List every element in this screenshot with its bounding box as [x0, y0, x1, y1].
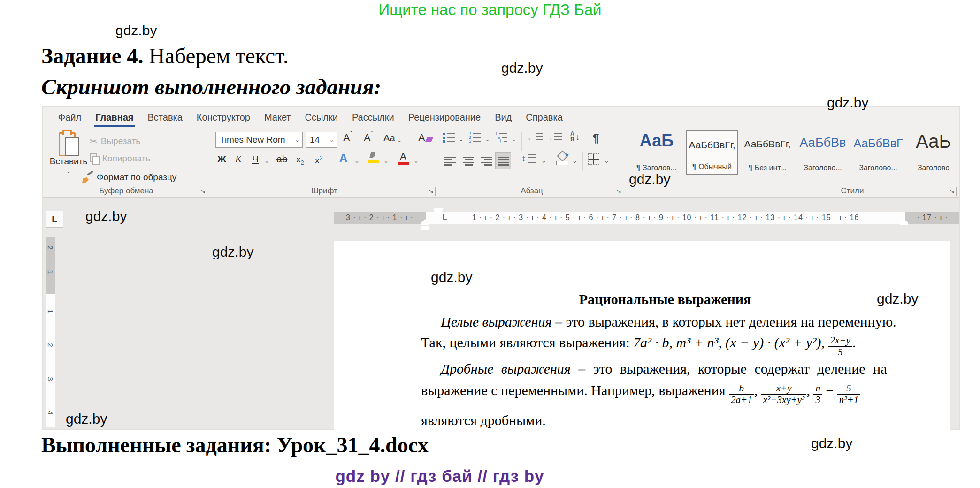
chevron-down-icon[interactable]: ⌄ [354, 157, 360, 164]
show-paragraph-marks-button[interactable]: ¶ [593, 132, 599, 145]
align-left-button[interactable] [443, 152, 459, 169]
tab-Рассылки[interactable]: Рассылки [345, 107, 401, 128]
style-card-4[interactable]: АаБбВвЗаголово... [796, 130, 849, 175]
tab-Ссылки[interactable]: Ссылки [298, 107, 345, 128]
ribbon: Вставить ⌄ ✂ Вырезать Копировать Формат … [43, 128, 959, 198]
chevron-down-icon[interactable]: ⌄ [292, 137, 302, 143]
line-spacing-button[interactable]: ↕ [521, 153, 536, 164]
tab-Конструктор[interactable]: Конструктор [190, 107, 257, 128]
chevron-down-icon: ⌄ [66, 168, 71, 175]
ruler-number: 4 [46, 408, 54, 418]
change-case-glyph: Аа [383, 133, 395, 144]
underline-button[interactable]: Ч [252, 153, 259, 165]
justify-button[interactable] [495, 152, 511, 169]
format-painter-button[interactable]: Формат по образцу [82, 172, 176, 183]
grow-font-button[interactable]: Аˆ [343, 132, 352, 144]
subscript-button[interactable]: x2 [296, 154, 304, 166]
doc-text-segment: Так, целыми являются выражения: [421, 335, 633, 350]
increase-indent-button[interactable]: → [546, 132, 562, 143]
styles-dialog-launcher[interactable]: ↘ [948, 187, 957, 196]
style-preview: АаБбВвГг, [687, 139, 737, 151]
sort-button[interactable]: АЯ↓ [570, 131, 580, 142]
chevron-down-icon: ⌄ [397, 137, 402, 144]
style-card-1[interactable]: АаБ¶ Заголов... [630, 130, 683, 175]
decrease-indent-button[interactable]: ← [527, 132, 543, 143]
bullet-list-button[interactable] [443, 132, 455, 143]
small-divider [582, 152, 583, 171]
chevron-down-icon[interactable]: ⌄ [383, 157, 389, 164]
horizontal-ruler[interactable]: 1 · ı · 2 · ı · 3 · ı · 4 · ı · 5 · ı · … [426, 212, 905, 224]
tab-Главная[interactable]: Главная [88, 107, 140, 128]
font-name-combobox[interactable]: Times New Rom ⌄ [215, 132, 303, 148]
fraction-denominator: x²−3xy+y² [761, 395, 807, 405]
shrink-font-button[interactable]: Аˇ [364, 132, 373, 144]
tab-Макет[interactable]: Макет [257, 107, 298, 128]
gdz-watermark: gdz.by [629, 171, 670, 187]
text-effects-button[interactable]: А [339, 152, 347, 165]
style-card-3[interactable]: АаБбВвГг,¶ Без инт... [741, 130, 794, 175]
tab-Рецензирование[interactable]: Рецензирование [401, 107, 488, 128]
cut-label: Вырезать [101, 136, 141, 146]
align-center-button[interactable] [460, 152, 476, 169]
doc-text-segment: выражение с переменными. Например, выраж… [421, 382, 729, 398]
document-workspace: L 3 · ı · 2 · ı · 1 · ı · 1 · ı · 2 · ı … [43, 198, 959, 429]
doc-text-segment: Рациональные выражения [579, 291, 751, 307]
copy-button[interactable]: Копировать [90, 153, 150, 164]
font-color-button[interactable]: А [398, 152, 409, 165]
document-page[interactable]: Рациональные выраженияЦелые выражения – … [334, 241, 950, 430]
shading-button[interactable]: ➤ [555, 152, 569, 166]
cut-button[interactable]: ✂ Вырезать [90, 136, 140, 147]
doc-line: Дробные выражения – это выражения, котор… [421, 359, 919, 378]
left-indent-marker[interactable] [421, 226, 429, 230]
chevron-down-icon[interactable]: ⌄ [459, 136, 464, 143]
tab-Файл[interactable]: Файл [51, 107, 88, 128]
gdz-watermark: gdz.by [877, 291, 918, 307]
style-label: Заголово... [852, 164, 904, 172]
small-divider [565, 132, 565, 151]
tab-Вставка[interactable]: Вставка [141, 107, 190, 128]
chevron-down-icon[interactable]: ⌄ [413, 157, 419, 164]
chevron-down-icon[interactable]: ⌄ [264, 157, 269, 164]
tab-stop-selector[interactable]: L [46, 211, 63, 228]
horizontal-ruler-margin-left[interactable]: 3 · ı · 2 · ı · 1 · ı · [334, 212, 426, 224]
chevron-down-icon[interactable]: ⌄ [572, 157, 577, 164]
numbered-list-button[interactable]: 123 [469, 132, 481, 143]
eraser-icon [425, 137, 433, 142]
tab-Справка[interactable]: Справка [519, 107, 569, 128]
chevron-down-icon[interactable]: ⌄ [485, 136, 490, 143]
highlight-color-button[interactable] [368, 152, 379, 164]
font-dialog-launcher[interactable]: ↘ [427, 187, 436, 196]
clipboard-group-label: Буфер обмена [43, 186, 210, 196]
bold-button[interactable]: Ж [217, 153, 226, 165]
strikethrough-button[interactable]: ab [276, 153, 287, 165]
font-size-combobox[interactable]: 14 ⌄ [306, 132, 337, 148]
fraction-denominator: 3 [813, 395, 822, 405]
chevron-down-icon[interactable]: ⌄ [541, 157, 546, 164]
doc-text-segment: , [806, 382, 813, 398]
style-card-5[interactable]: АаБбВвГЗаголово... [852, 130, 904, 175]
borders-button[interactable] [588, 153, 599, 165]
vertical-ruler-margin[interactable]: 21 [46, 237, 55, 294]
horizontal-ruler-margin-right[interactable]: · 17 · ı · [905, 212, 959, 224]
gdz-watermark: gdz.by [115, 23, 157, 38]
arrow-left-icon: ← [527, 134, 534, 142]
gdz-watermark: gdz.by [827, 95, 868, 111]
clipboard-dialog-launcher[interactable]: ↘ [199, 187, 207, 196]
style-card-2[interactable]: АаБбВвГг,¶ Обычный [686, 130, 738, 175]
superscript-button[interactable]: x2 [315, 154, 323, 166]
clear-formatting-button[interactable]: А [418, 132, 432, 144]
vertical-ruler[interactable]: 1234 [46, 294, 55, 427]
multilevel-list-button[interactable]: 1i [495, 132, 507, 143]
align-right-button[interactable] [478, 152, 494, 169]
chevron-down-icon[interactable]: ⌄ [327, 137, 337, 143]
font-name-value: Times New Rom [216, 135, 292, 145]
chevron-down-icon[interactable]: ⌄ [511, 136, 516, 143]
style-card-6[interactable]: АаЬЗаголово [907, 130, 960, 175]
ruler-number: 2 [46, 243, 54, 252]
italic-button[interactable]: К [235, 153, 242, 165]
chevron-down-icon[interactable]: ⌄ [604, 157, 609, 164]
change-case-button[interactable]: Аа⌄ [383, 133, 402, 144]
paragraph-dialog-launcher[interactable]: ↘ [614, 187, 623, 196]
tab-Вид[interactable]: Вид [488, 107, 519, 128]
group-divider [626, 132, 626, 189]
